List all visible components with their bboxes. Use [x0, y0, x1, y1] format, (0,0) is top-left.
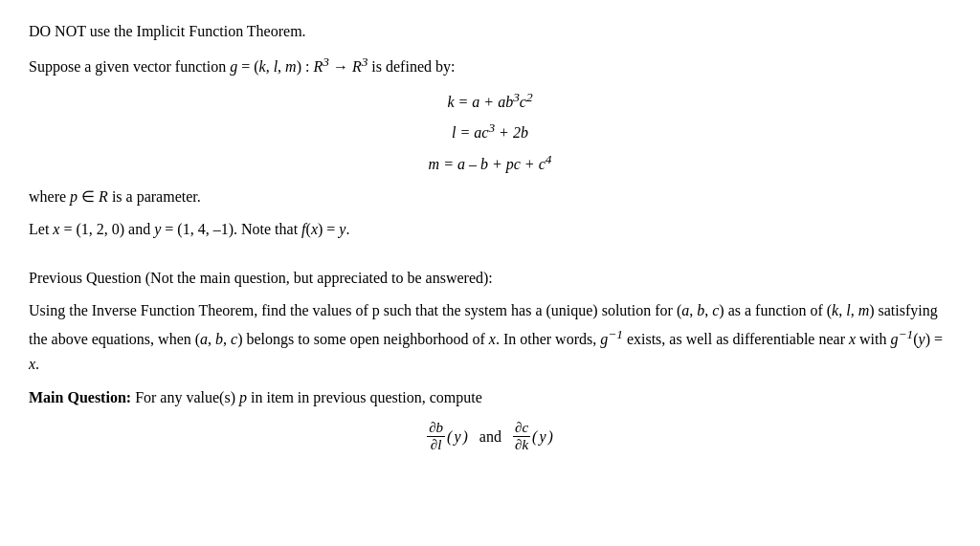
partial-b-l: ∂b ∂l (y): [427, 420, 468, 453]
equation-l: l = ac3 + 2b: [29, 120, 951, 142]
let-line: Let x = (1, 2, 0) and y = (1, 4, –1). No…: [29, 217, 951, 242]
instruction-text: DO NOT use the Implicit Function Theorem…: [29, 23, 306, 39]
prev-question-body: Using the Inverse Function Theorem, find…: [29, 298, 951, 378]
suppose-line: Suppose a given vector function g = (k, …: [29, 52, 951, 80]
partial-c-k: ∂c ∂k (y): [513, 420, 553, 453]
equation-k: k = a + ab3c2: [29, 90, 951, 111]
prev-question-label-text: Previous Question (Not the main question…: [29, 270, 493, 286]
prev-question-label: Previous Question (Not the main question…: [29, 266, 951, 291]
main-question-bold: Main Question:: [29, 389, 131, 405]
where-line: where p ∈ R is a parameter.: [29, 185, 951, 209]
and-label: and: [479, 428, 501, 446]
partial-derivatives: ∂b ∂l (y) and ∂c ∂k (y): [29, 420, 951, 453]
equation-m: m = a – b + pc + c4: [29, 152, 951, 173]
instruction-line: DO NOT use the Implicit Function Theorem…: [29, 19, 951, 44]
document-body: DO NOT use the Implicit Function Theorem…: [29, 19, 951, 453]
main-question-line: Main Question: For any value(s) p in ite…: [29, 385, 951, 410]
